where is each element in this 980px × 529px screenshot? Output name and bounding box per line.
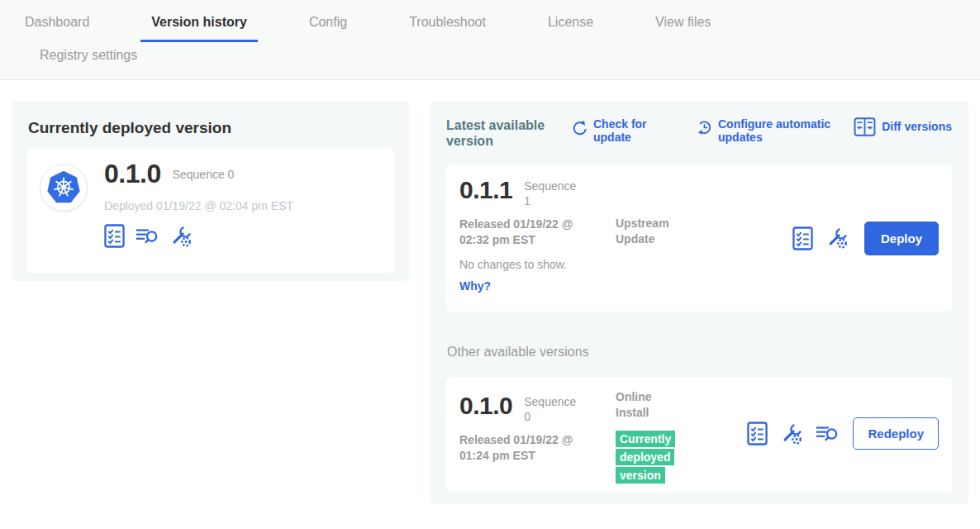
latest-version-source: Upstream Update — [616, 178, 715, 298]
other-version-card: 0.1.0 Sequence 0 Released 01/19/22 @ 01:… — [446, 377, 952, 493]
online-install-label: Online Install — [616, 389, 682, 419]
no-changes-note: No changes to show. — [459, 258, 616, 271]
available-versions-header: Latest available version Check for updat… — [446, 117, 952, 149]
latest-version-info: 0.1.1 Sequence 1 Released 01/19/22 @ 02:… — [459, 178, 616, 298]
tab-troubleshoot[interactable]: Troubleshoot — [398, 13, 497, 40]
diff-versions-label: Diff versions — [882, 120, 952, 133]
configure-automatic-updates-label: Configure automatic updates — [718, 117, 846, 144]
refresh-arrow-icon — [572, 119, 588, 137]
primary-nav: Dashboard Version history Config Trouble… — [0, 0, 980, 40]
current-version-number: 0.1.0 — [104, 160, 161, 187]
latest-version-sequence: Sequence 1 — [524, 179, 582, 208]
tab-view-files[interactable]: View files — [645, 13, 721, 40]
preflight-checks-icon[interactable] — [747, 422, 768, 446]
tab-dashboard[interactable]: Dashboard — [14, 13, 100, 40]
currently-deployed-title: Currently deployed version — [28, 119, 394, 137]
other-available-versions-heading: Other available versions — [447, 345, 952, 360]
other-version-info: 0.1.0 Sequence 0 Released 01/19/22 @ 01:… — [459, 388, 616, 479]
other-version-source: Online Install Currently deployed versio… — [616, 388, 715, 479]
current-version-sequence: Sequence 0 — [173, 168, 235, 181]
tab-registry-settings[interactable]: Registry settings — [29, 46, 148, 73]
schedule-update-icon — [696, 119, 712, 138]
edit-config-icon[interactable] — [169, 225, 193, 248]
diff-versions-link[interactable]: Diff versions — [854, 117, 952, 136]
currently-deployed-card: 0.1.0 Sequence 0 Deployed 01/19/22 @ 02:… — [26, 149, 394, 273]
currently-deployed-panel: Currently deployed version — [12, 101, 409, 281]
tab-version-history[interactable]: Version history — [140, 13, 258, 42]
tab-config[interactable]: Config — [298, 13, 358, 40]
other-version-number: 0.1.0 — [459, 393, 512, 418]
latest-version-actions: Deploy — [792, 178, 939, 298]
why-link[interactable]: Why? — [459, 279, 491, 293]
check-for-update-link[interactable]: Check for update — [572, 117, 678, 144]
preflight-checks-icon[interactable] — [104, 224, 125, 248]
redeploy-button[interactable]: Redeploy — [853, 417, 939, 450]
diff-columns-icon — [854, 117, 876, 136]
version-history-page: Dashboard Version history Config Trouble… — [0, 0, 980, 529]
app-header: Dashboard Version history Config Trouble… — [0, 0, 980, 80]
other-released-timestamp: Released 01/19/22 @ 01:24 pm EST — [459, 432, 600, 462]
other-version-actions: Redeploy — [747, 388, 939, 479]
latest-version-card: 0.1.1 Sequence 1 Released 01/19/22 @ 02:… — [446, 164, 952, 312]
edit-config-icon[interactable] — [825, 226, 849, 250]
other-version-sequence: Sequence 0 — [524, 395, 582, 424]
secondary-nav: Registry settings — [0, 40, 980, 73]
current-version-body: 0.1.0 Sequence 0 Deployed 01/19/22 @ 02:… — [104, 160, 293, 248]
upstream-update-label: Upstream Update — [616, 216, 682, 245]
deploy-button[interactable]: Deploy — [864, 222, 939, 255]
deploy-logs-icon[interactable] — [136, 226, 159, 245]
main-content: Currently deployed version — [0, 80, 980, 504]
edit-config-icon[interactable] — [780, 422, 803, 446]
configure-automatic-updates-link[interactable]: Configure automatic updates — [696, 117, 846, 144]
tab-license[interactable]: License — [537, 13, 604, 40]
deploy-logs-icon[interactable] — [816, 424, 839, 443]
kubernetes-logo-icon — [40, 164, 88, 212]
latest-version-number: 0.1.1 — [459, 178, 512, 203]
latest-available-title: Latest available version — [446, 117, 568, 149]
available-versions-panel: Latest available version Check for updat… — [430, 101, 968, 504]
preflight-checks-icon[interactable] — [792, 226, 813, 250]
latest-released-timestamp: Released 01/19/22 @ 02:32 pm EST — [459, 217, 600, 246]
currently-deployed-badge: Currently deployed version — [616, 431, 675, 484]
check-for-update-label: Check for update — [593, 117, 678, 144]
current-deployed-timestamp: Deployed 01/19/22 @ 02:04 pm EST — [104, 199, 293, 212]
